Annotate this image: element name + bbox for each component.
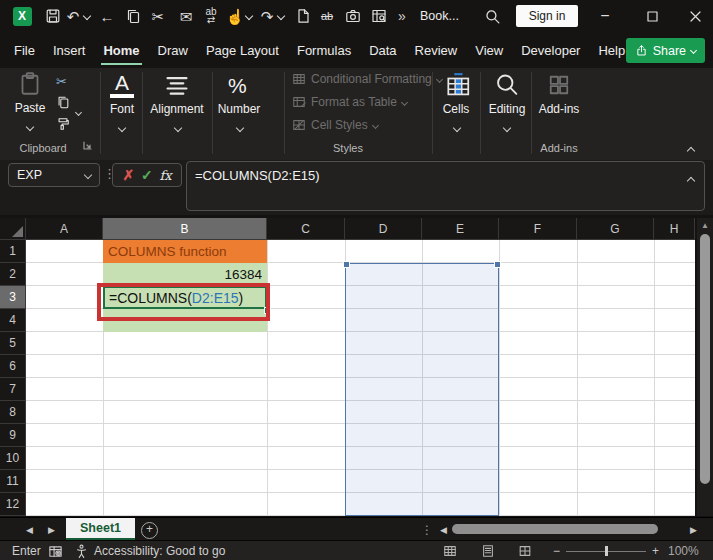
cell-b1[interactable]: COLUMNS function (103, 240, 267, 263)
sign-in-button[interactable]: Sign in (516, 5, 578, 27)
format-as-table-button: Format as Table (292, 95, 407, 109)
number-format-icon[interactable]: % (228, 74, 247, 98)
enter-icon[interactable]: ✓ (141, 167, 153, 183)
zoom-out-button[interactable]: − (553, 541, 560, 560)
font-group-button[interactable]: Font (98, 102, 146, 116)
zoom-level[interactable]: 100% (668, 541, 699, 560)
column-header-h[interactable]: H (654, 218, 695, 240)
editing-group-button[interactable]: Editing (483, 102, 531, 116)
maximize-button[interactable] (637, 0, 667, 32)
tab-scroll-grip-icon[interactable]: ⋮ (421, 518, 433, 541)
hscroll-left-icon[interactable]: ◀ (440, 518, 447, 541)
clipboard-dialog-launcher-icon[interactable] (83, 141, 92, 150)
column-header-f[interactable]: F (499, 218, 577, 240)
tab-page-layout[interactable]: Page Layout (204, 35, 281, 66)
hscroll-right-icon[interactable]: ▶ (690, 518, 697, 541)
mail-icon: ✉ (176, 0, 196, 32)
sheet-tab-sheet1[interactable]: Sheet1 (66, 518, 135, 540)
minimize-button[interactable]: − (590, 0, 620, 32)
search-icon[interactable] (480, 0, 504, 32)
more-commands-icon[interactable]: » (394, 0, 410, 32)
prev-sheet-icon[interactable]: ◀ (26, 518, 33, 541)
row-header-3[interactable]: 3 (0, 286, 26, 309)
format-painter-icon[interactable] (56, 117, 70, 131)
cut-icon[interactable]: ✂ (148, 0, 168, 32)
cells-group-button[interactable]: Cells (434, 102, 478, 116)
column-header-b[interactable]: B (103, 218, 267, 240)
touch-dropdown-icon[interactable] (244, 0, 254, 32)
lookup-sheet-icon[interactable] (368, 0, 390, 32)
number-group-button[interactable]: Number (213, 102, 265, 116)
expand-formula-bar-icon[interactable] (688, 172, 694, 187)
add-sheet-button[interactable]: + (141, 522, 158, 539)
zoom-in-button[interactable]: + (652, 541, 659, 560)
tab-help[interactable]: Help (596, 35, 627, 66)
zoom-slider[interactable] (566, 541, 646, 560)
formula-input[interactable]: =COLUMNS(D2:E15) (186, 161, 705, 211)
tab-insert[interactable]: Insert (51, 35, 88, 66)
new-file-icon[interactable] (292, 0, 314, 32)
page-break-preview-icon[interactable] (518, 541, 532, 560)
column-header-d[interactable]: D (345, 218, 422, 240)
copy-icon[interactable] (122, 0, 144, 32)
next-sheet-icon[interactable]: ▶ (48, 518, 55, 541)
row-header-6[interactable]: 6 (0, 355, 26, 378)
tab-developer[interactable]: Developer (519, 35, 582, 66)
paste-label[interactable]: Paste (12, 101, 48, 115)
cancel-icon[interactable]: ✗ (122, 167, 134, 183)
collapse-ribbon-icon[interactable] (688, 140, 694, 158)
undo-icon[interactable]: ↶ (64, 0, 82, 32)
row-header-1[interactable]: 1 (0, 240, 26, 263)
row-header-5[interactable]: 5 (0, 332, 26, 355)
name-box[interactable]: EXP (8, 163, 100, 187)
redo-dropdown-icon[interactable] (276, 0, 286, 32)
camera-icon[interactable] (342, 0, 364, 32)
save-icon[interactable] (42, 0, 64, 32)
range-selection-d2-e15[interactable] (345, 263, 499, 516)
row-header-4[interactable]: 4 (0, 309, 26, 332)
page-layout-view-icon[interactable] (481, 541, 495, 560)
select-all-button[interactable] (0, 218, 26, 240)
row-header-10[interactable]: 10 (0, 447, 26, 470)
row-header-2[interactable]: 2 (0, 263, 26, 286)
column-header-e[interactable]: E (422, 218, 499, 240)
zoom-slider-thumb[interactable] (605, 546, 608, 556)
column-header-c[interactable]: C (267, 218, 345, 240)
row-header-11[interactable]: 11 (0, 470, 26, 493)
insert-function-icon[interactable]: fx (159, 168, 171, 183)
editing-icon[interactable] (494, 72, 519, 97)
redo-icon[interactable]: ↷ (258, 0, 276, 32)
alignment-icon[interactable] (164, 75, 190, 97)
vertical-scroll-thumb[interactable] (700, 234, 710, 484)
row-header-8[interactable]: 8 (0, 401, 26, 424)
column-header-g[interactable]: G (577, 218, 654, 240)
tab-view[interactable]: View (473, 35, 505, 66)
tab-home[interactable]: Home (101, 35, 141, 66)
tab-formulas[interactable]: Formulas (295, 35, 353, 66)
touch-draw-icon[interactable]: ☝ (226, 0, 244, 32)
tab-file[interactable]: File (12, 35, 37, 66)
close-button[interactable] (680, 0, 710, 32)
undo-dropdown-icon[interactable] (82, 0, 92, 32)
row-header-9[interactable]: 9 (0, 424, 26, 447)
row-headers: 1 2 3 4 5 6 7 8 9 10 11 12 (0, 240, 26, 516)
row-header-12[interactable]: 12 (0, 493, 26, 516)
tab-draw[interactable]: Draw (156, 35, 190, 66)
vertical-scrollbar[interactable]: ▲ (697, 218, 713, 516)
copy-icon[interactable] (56, 95, 70, 109)
row-header-7[interactable]: 7 (0, 378, 26, 401)
alignment-group-button[interactable]: Alignment (147, 102, 207, 116)
share-button[interactable]: Share (626, 38, 705, 63)
horizontal-scroll-thumb[interactable] (452, 524, 658, 534)
macro-record-icon[interactable] (48, 541, 63, 560)
accessibility-status[interactable]: Accessibility: Good to go (74, 541, 225, 560)
tab-review[interactable]: Review (413, 35, 460, 66)
scroll-up-icon[interactable]: ▲ (697, 218, 713, 230)
cell-grid[interactable]: COLUMNS function 16384 =COLUMNS(D2:E15) (26, 240, 695, 516)
normal-view-icon[interactable] (443, 541, 457, 560)
tab-data[interactable]: Data (367, 35, 398, 66)
cut-icon[interactable]: ✂ (56, 74, 67, 89)
font-icon[interactable]: A (110, 72, 134, 98)
cells-icon[interactable] (445, 72, 471, 98)
column-header-a[interactable]: A (26, 218, 103, 240)
